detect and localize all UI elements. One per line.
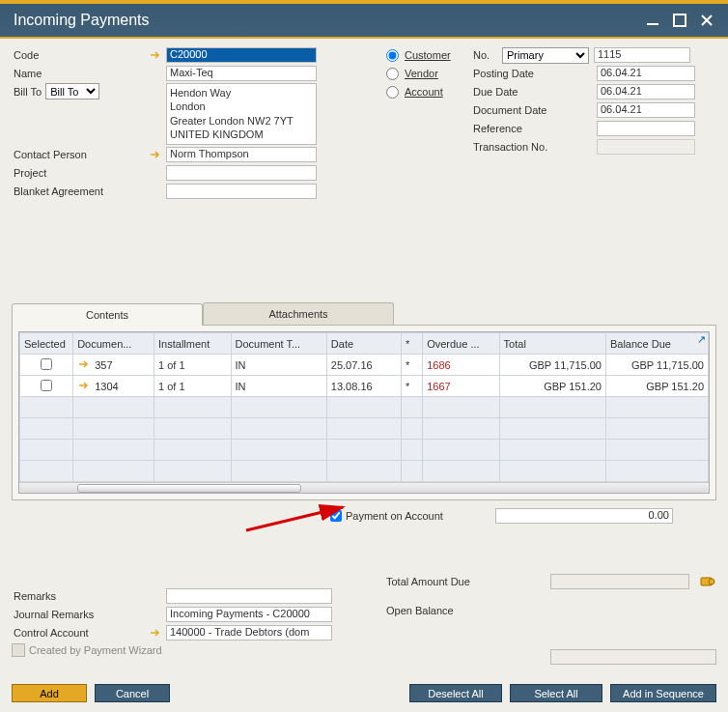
table-row: [20, 461, 709, 482]
expand-icon[interactable]: ↗: [694, 333, 708, 347]
maximize-icon[interactable]: [672, 13, 687, 28]
cancel-button[interactable]: Cancel: [95, 684, 170, 702]
trans-input: [597, 139, 695, 155]
horizontal-scrollbar[interactable]: [19, 482, 709, 493]
payment-on-account-label: Payment on Account: [346, 510, 443, 522]
svg-rect-1: [674, 14, 686, 26]
project-label: Project: [12, 167, 149, 179]
contact-label: Contact Person: [12, 149, 149, 160]
col-installment[interactable]: Installment: [154, 333, 231, 355]
vendor-radio[interactable]: Vendor: [386, 66, 471, 82]
table-row: [20, 440, 709, 461]
open-balance-label: Open Balance: [386, 605, 541, 616]
link-arrow-icon[interactable]: [149, 50, 162, 60]
link-arrow-icon[interactable]: [149, 628, 162, 638]
address-input[interactable]: Hendon Way London Greater London NW2 7YT…: [166, 83, 317, 145]
col-date[interactable]: Date: [326, 333, 401, 355]
link-arrow-icon[interactable]: [149, 150, 162, 159]
due-label: Due Date: [471, 86, 597, 98]
billto-label: Bill To: [14, 86, 42, 98]
ref-input[interactable]: [597, 121, 695, 136]
docnum-input[interactable]: 1115: [594, 47, 690, 63]
open-balance-input: [550, 649, 716, 665]
deselect-all-button[interactable]: Deselect All: [409, 684, 502, 702]
add-in-sequence-button[interactable]: Add in Sequence: [610, 684, 716, 702]
docdate-input[interactable]: 06.04.21: [597, 102, 695, 118]
control-input[interactable]: 140000 - Trade Debtors (dom: [166, 625, 332, 641]
blanket-input[interactable]: [166, 184, 317, 199]
svg-line-2: [246, 507, 343, 530]
documents-grid[interactable]: ↗ Selected Documen... Installment Docume…: [18, 331, 710, 494]
link-arrow-icon[interactable]: [77, 359, 91, 369]
total-due-input: [550, 574, 689, 589]
docdate-label: Document Date: [471, 104, 597, 116]
minimize-icon[interactable]: [645, 13, 660, 28]
col-document[interactable]: Documen...: [73, 333, 154, 355]
select-all-button[interactable]: Select All: [510, 684, 602, 702]
col-total[interactable]: Total: [499, 333, 605, 355]
account-radio[interactable]: Account: [386, 84, 471, 100]
billto-select[interactable]: Bill To: [45, 83, 99, 100]
tab-contents[interactable]: Contents: [12, 303, 203, 326]
journal-label: Journal Remarks: [12, 609, 149, 620]
code-label: Code: [12, 49, 149, 61]
name-input[interactable]: Maxi-Teq: [166, 66, 317, 81]
control-label: Control Account: [12, 627, 149, 639]
blanket-label: Blanket Agreement: [12, 185, 149, 197]
add-button[interactable]: Add: [12, 684, 87, 702]
svg-point-4: [709, 579, 714, 584]
col-doctype[interactable]: Document T...: [231, 333, 326, 355]
contact-input[interactable]: Norm Thompson: [166, 147, 317, 162]
table-row[interactable]: 357 1 of 1 IN 25.07.16 * 1686 GBP 11,715…: [20, 355, 709, 376]
created-by-wizard-checkbox: [12, 643, 25, 657]
table-row: [20, 397, 709, 418]
created-by-wizard-label: Created by Payment Wizard: [29, 644, 162, 656]
col-selected[interactable]: Selected: [20, 333, 73, 355]
payment-on-account-amount[interactable]: 0.00: [495, 508, 673, 524]
trans-label: Transaction No.: [471, 141, 597, 153]
ref-label: Reference: [471, 123, 597, 134]
project-input[interactable]: [166, 165, 317, 181]
row-checkbox[interactable]: [41, 380, 52, 391]
payment-means-icon[interactable]: [699, 573, 716, 590]
total-due-label: Total Amount Due: [386, 576, 541, 587]
name-label: Name: [12, 68, 149, 79]
col-balance[interactable]: Balance Due: [605, 333, 708, 355]
row-checkbox[interactable]: [41, 358, 52, 370]
posting-input[interactable]: 06.04.21: [597, 66, 695, 81]
col-ast[interactable]: *: [402, 333, 423, 355]
customer-radio[interactable]: Customer: [386, 47, 471, 64]
remarks-label: Remarks: [12, 590, 149, 602]
no-label: No.: [471, 49, 502, 61]
table-row: [20, 418, 709, 440]
journal-input[interactable]: Incoming Payments - C20000: [166, 607, 332, 622]
titlebar: Incoming Payments: [0, 4, 728, 39]
window-title: Incoming Payments: [14, 12, 150, 29]
close-icon[interactable]: [699, 13, 714, 28]
due-input[interactable]: 06.04.21: [597, 84, 695, 100]
code-input[interactable]: C20000: [166, 47, 317, 63]
payment-on-account-checkbox[interactable]: [330, 510, 342, 522]
table-row[interactable]: 1304 1 of 1 IN 13.08.16 * 1667 GBP 151.2…: [20, 376, 709, 397]
remarks-input[interactable]: [166, 588, 332, 604]
svg-rect-0: [647, 23, 658, 25]
link-arrow-icon[interactable]: [77, 381, 91, 390]
tab-attachments[interactable]: Attachments: [203, 302, 394, 325]
no-select[interactable]: Primary: [502, 47, 589, 64]
posting-label: Posting Date: [471, 68, 597, 79]
col-overdue[interactable]: Overdue ...: [423, 333, 499, 355]
